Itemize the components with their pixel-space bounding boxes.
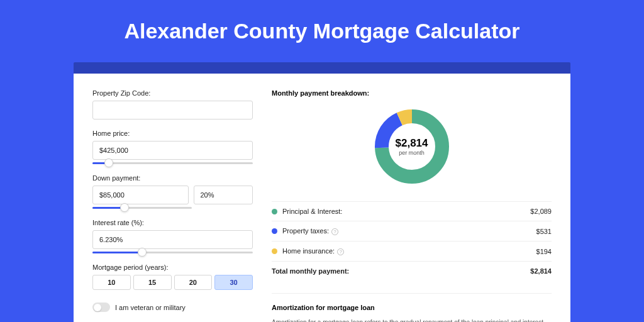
legend-name: Principal & Interest: bbox=[282, 208, 530, 215]
donut-sub: per month bbox=[396, 150, 428, 156]
down-field: Down payment: bbox=[92, 174, 253, 209]
period-20-button[interactable]: 20 bbox=[174, 275, 213, 290]
down-slider-thumb[interactable] bbox=[120, 203, 129, 212]
period-10-button[interactable]: 10 bbox=[92, 275, 131, 290]
period-group: 10 15 20 30 bbox=[92, 275, 253, 290]
zip-input[interactable] bbox=[92, 101, 253, 119]
down-pct-input[interactable] bbox=[194, 186, 253, 204]
down-label: Down payment: bbox=[92, 174, 253, 182]
legend-value: $2,089 bbox=[530, 208, 552, 215]
banner-strip bbox=[74, 62, 570, 74]
period-15-button[interactable]: 15 bbox=[133, 275, 172, 290]
rate-label: Interest rate (%): bbox=[92, 219, 253, 226]
page-title: Alexander County Mortgage Calculator bbox=[0, 19, 644, 43]
price-field: Home price: bbox=[92, 130, 253, 164]
legend-row-taxes: Property taxes:? $531 bbox=[272, 221, 552, 242]
info-icon[interactable]: ? bbox=[331, 228, 338, 235]
veteran-toggle[interactable] bbox=[92, 303, 110, 312]
form-panel: Property Zip Code: Home price: Down paym… bbox=[92, 89, 253, 322]
down-amount-input[interactable] bbox=[92, 186, 189, 204]
total-value: $2,814 bbox=[530, 267, 552, 275]
period-label: Mortgage period (years): bbox=[92, 264, 253, 271]
zip-field: Property Zip Code: bbox=[92, 89, 253, 119]
rate-slider-fill bbox=[92, 252, 142, 253]
donut-center: $2,814 per month bbox=[396, 137, 428, 156]
info-icon[interactable]: ? bbox=[337, 248, 344, 255]
legend-row-principal: Principal & Interest: $2,089 bbox=[272, 202, 552, 221]
rate-input[interactable] bbox=[92, 230, 253, 249]
legend-name: Home insurance:? bbox=[282, 247, 536, 255]
legend-row-total: Total monthly payment: $2,814 bbox=[272, 262, 552, 280]
veteran-row: I am veteran or military bbox=[92, 303, 253, 312]
total-label: Total monthly payment: bbox=[272, 267, 530, 275]
hero: Alexander County Mortgage Calculator Pro… bbox=[0, 0, 644, 322]
donut-chart: $2,814 per month bbox=[272, 106, 552, 187]
price-label: Home price: bbox=[92, 130, 253, 137]
amortization-section: Amortization for mortgage loan Amortizat… bbox=[272, 293, 552, 322]
veteran-label: I am veteran or military bbox=[115, 304, 186, 311]
donut-value: $2,814 bbox=[396, 137, 428, 150]
legend-value: $194 bbox=[536, 248, 552, 255]
rate-slider-thumb[interactable] bbox=[138, 248, 147, 257]
calculator-card: Property Zip Code: Home price: Down paym… bbox=[74, 74, 570, 322]
legend-name: Property taxes:? bbox=[282, 227, 536, 235]
rate-slider[interactable] bbox=[92, 252, 253, 253]
period-30-button[interactable]: 30 bbox=[214, 275, 253, 290]
legend-value: $531 bbox=[536, 228, 552, 235]
zip-label: Property Zip Code: bbox=[92, 89, 253, 97]
rate-field: Interest rate (%): bbox=[92, 219, 253, 253]
dot-icon bbox=[272, 248, 277, 254]
price-slider-thumb[interactable] bbox=[104, 158, 113, 167]
dot-icon bbox=[272, 228, 277, 234]
period-field: Mortgage period (years): 10 15 20 30 bbox=[92, 264, 253, 290]
breakdown-panel: Monthly payment breakdown: $2,814 per mo… bbox=[272, 89, 552, 322]
amort-text: Amortization for a mortgage loan refers … bbox=[272, 318, 552, 322]
price-slider[interactable] bbox=[92, 162, 253, 164]
price-input[interactable] bbox=[92, 141, 253, 160]
down-slider[interactable] bbox=[92, 207, 192, 209]
legend-row-insurance: Home insurance:? $194 bbox=[272, 242, 552, 262]
legend: Principal & Interest: $2,089 Property ta… bbox=[272, 201, 552, 280]
amort-title: Amortization for mortgage loan bbox=[272, 304, 552, 311]
breakdown-title: Monthly payment breakdown: bbox=[272, 89, 552, 97]
dot-icon bbox=[272, 209, 277, 214]
